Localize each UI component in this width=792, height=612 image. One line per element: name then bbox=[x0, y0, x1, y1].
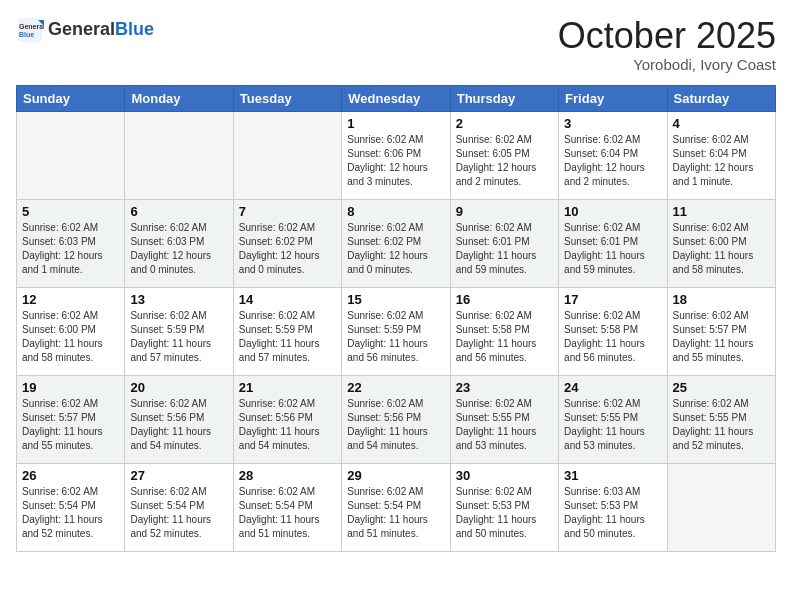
day-number: 2 bbox=[456, 116, 553, 131]
day-info: Sunrise: 6:02 AM Sunset: 5:53 PM Dayligh… bbox=[456, 485, 553, 541]
day-info: Sunrise: 6:02 AM Sunset: 6:02 PM Dayligh… bbox=[347, 221, 444, 277]
day-info: Sunrise: 6:02 AM Sunset: 6:00 PM Dayligh… bbox=[673, 221, 770, 277]
day-number: 10 bbox=[564, 204, 661, 219]
day-number: 29 bbox=[347, 468, 444, 483]
day-info: Sunrise: 6:02 AM Sunset: 5:57 PM Dayligh… bbox=[673, 309, 770, 365]
day-info: Sunrise: 6:02 AM Sunset: 5:59 PM Dayligh… bbox=[239, 309, 336, 365]
day-info: Sunrise: 6:02 AM Sunset: 5:54 PM Dayligh… bbox=[130, 485, 227, 541]
logo-blue-text: Blue bbox=[115, 19, 154, 39]
day-info: Sunrise: 6:02 AM Sunset: 5:57 PM Dayligh… bbox=[22, 397, 119, 453]
day-number: 8 bbox=[347, 204, 444, 219]
day-info: Sunrise: 6:02 AM Sunset: 6:06 PM Dayligh… bbox=[347, 133, 444, 189]
day-info: Sunrise: 6:03 AM Sunset: 5:53 PM Dayligh… bbox=[564, 485, 661, 541]
day-number: 27 bbox=[130, 468, 227, 483]
day-info: Sunrise: 6:02 AM Sunset: 5:59 PM Dayligh… bbox=[130, 309, 227, 365]
calendar-day-cell: 20Sunrise: 6:02 AM Sunset: 5:56 PM Dayli… bbox=[125, 375, 233, 463]
day-number: 6 bbox=[130, 204, 227, 219]
day-info: Sunrise: 6:02 AM Sunset: 6:04 PM Dayligh… bbox=[564, 133, 661, 189]
day-info: Sunrise: 6:02 AM Sunset: 6:01 PM Dayligh… bbox=[456, 221, 553, 277]
calendar-day-cell: 11Sunrise: 6:02 AM Sunset: 6:00 PM Dayli… bbox=[667, 199, 775, 287]
day-info: Sunrise: 6:02 AM Sunset: 6:01 PM Dayligh… bbox=[564, 221, 661, 277]
calendar-day-cell: 21Sunrise: 6:02 AM Sunset: 5:56 PM Dayli… bbox=[233, 375, 341, 463]
calendar-day-cell: 28Sunrise: 6:02 AM Sunset: 5:54 PM Dayli… bbox=[233, 463, 341, 551]
calendar-day-cell: 9Sunrise: 6:02 AM Sunset: 6:01 PM Daylig… bbox=[450, 199, 558, 287]
location-title: Yorobodi, Ivory Coast bbox=[558, 56, 776, 73]
calendar-day-cell: 26Sunrise: 6:02 AM Sunset: 5:54 PM Dayli… bbox=[17, 463, 125, 551]
calendar-day-cell: 7Sunrise: 6:02 AM Sunset: 6:02 PM Daylig… bbox=[233, 199, 341, 287]
calendar-day-cell: 12Sunrise: 6:02 AM Sunset: 6:00 PM Dayli… bbox=[17, 287, 125, 375]
calendar-day-cell bbox=[125, 111, 233, 199]
day-info: Sunrise: 6:02 AM Sunset: 5:56 PM Dayligh… bbox=[239, 397, 336, 453]
svg-text:General: General bbox=[19, 23, 44, 30]
calendar-day-cell: 23Sunrise: 6:02 AM Sunset: 5:55 PM Dayli… bbox=[450, 375, 558, 463]
day-info: Sunrise: 6:02 AM Sunset: 5:54 PM Dayligh… bbox=[347, 485, 444, 541]
day-info: Sunrise: 6:02 AM Sunset: 6:02 PM Dayligh… bbox=[239, 221, 336, 277]
day-number: 12 bbox=[22, 292, 119, 307]
calendar-week-row: 19Sunrise: 6:02 AM Sunset: 5:57 PM Dayli… bbox=[17, 375, 776, 463]
day-info: Sunrise: 6:02 AM Sunset: 5:58 PM Dayligh… bbox=[456, 309, 553, 365]
calendar-day-cell: 15Sunrise: 6:02 AM Sunset: 5:59 PM Dayli… bbox=[342, 287, 450, 375]
day-info: Sunrise: 6:02 AM Sunset: 5:55 PM Dayligh… bbox=[564, 397, 661, 453]
calendar-day-cell: 16Sunrise: 6:02 AM Sunset: 5:58 PM Dayli… bbox=[450, 287, 558, 375]
day-number: 18 bbox=[673, 292, 770, 307]
day-info: Sunrise: 6:02 AM Sunset: 6:03 PM Dayligh… bbox=[22, 221, 119, 277]
calendar-day-cell: 27Sunrise: 6:02 AM Sunset: 5:54 PM Dayli… bbox=[125, 463, 233, 551]
day-of-week-header: Thursday bbox=[450, 85, 558, 111]
calendar-day-cell: 4Sunrise: 6:02 AM Sunset: 6:04 PM Daylig… bbox=[667, 111, 775, 199]
calendar-week-row: 5Sunrise: 6:02 AM Sunset: 6:03 PM Daylig… bbox=[17, 199, 776, 287]
day-number: 15 bbox=[347, 292, 444, 307]
day-number: 31 bbox=[564, 468, 661, 483]
day-info: Sunrise: 6:02 AM Sunset: 5:55 PM Dayligh… bbox=[673, 397, 770, 453]
day-info: Sunrise: 6:02 AM Sunset: 5:59 PM Dayligh… bbox=[347, 309, 444, 365]
logo: General Blue GeneralBlue bbox=[16, 16, 154, 44]
day-number: 22 bbox=[347, 380, 444, 395]
day-of-week-header: Saturday bbox=[667, 85, 775, 111]
day-info: Sunrise: 6:02 AM Sunset: 6:04 PM Dayligh… bbox=[673, 133, 770, 189]
calendar-week-row: 12Sunrise: 6:02 AM Sunset: 6:00 PM Dayli… bbox=[17, 287, 776, 375]
day-number: 23 bbox=[456, 380, 553, 395]
day-info: Sunrise: 6:02 AM Sunset: 5:54 PM Dayligh… bbox=[22, 485, 119, 541]
calendar-day-cell: 29Sunrise: 6:02 AM Sunset: 5:54 PM Dayli… bbox=[342, 463, 450, 551]
day-number: 11 bbox=[673, 204, 770, 219]
calendar-day-cell bbox=[233, 111, 341, 199]
calendar-day-cell: 6Sunrise: 6:02 AM Sunset: 6:03 PM Daylig… bbox=[125, 199, 233, 287]
day-number: 20 bbox=[130, 380, 227, 395]
calendar-day-cell: 14Sunrise: 6:02 AM Sunset: 5:59 PM Dayli… bbox=[233, 287, 341, 375]
calendar-day-cell: 24Sunrise: 6:02 AM Sunset: 5:55 PM Dayli… bbox=[559, 375, 667, 463]
day-number: 1 bbox=[347, 116, 444, 131]
day-number: 25 bbox=[673, 380, 770, 395]
day-number: 19 bbox=[22, 380, 119, 395]
day-of-week-header: Sunday bbox=[17, 85, 125, 111]
day-number: 4 bbox=[673, 116, 770, 131]
calendar-day-cell: 17Sunrise: 6:02 AM Sunset: 5:58 PM Dayli… bbox=[559, 287, 667, 375]
calendar-day-cell: 13Sunrise: 6:02 AM Sunset: 5:59 PM Dayli… bbox=[125, 287, 233, 375]
calendar-day-cell bbox=[17, 111, 125, 199]
day-of-week-header: Wednesday bbox=[342, 85, 450, 111]
month-title: October 2025 bbox=[558, 16, 776, 56]
svg-rect-0 bbox=[18, 18, 42, 42]
day-number: 24 bbox=[564, 380, 661, 395]
svg-text:Blue: Blue bbox=[19, 31, 34, 38]
day-number: 26 bbox=[22, 468, 119, 483]
day-of-week-header: Tuesday bbox=[233, 85, 341, 111]
calendar-day-cell: 1Sunrise: 6:02 AM Sunset: 6:06 PM Daylig… bbox=[342, 111, 450, 199]
day-number: 14 bbox=[239, 292, 336, 307]
calendar-day-cell: 10Sunrise: 6:02 AM Sunset: 6:01 PM Dayli… bbox=[559, 199, 667, 287]
day-number: 21 bbox=[239, 380, 336, 395]
day-number: 7 bbox=[239, 204, 336, 219]
logo-icon: General Blue bbox=[16, 16, 44, 44]
calendar-header-row: SundayMondayTuesdayWednesdayThursdayFrid… bbox=[17, 85, 776, 111]
day-number: 9 bbox=[456, 204, 553, 219]
day-number: 5 bbox=[22, 204, 119, 219]
day-of-week-header: Friday bbox=[559, 85, 667, 111]
calendar-day-cell: 31Sunrise: 6:03 AM Sunset: 5:53 PM Dayli… bbox=[559, 463, 667, 551]
calendar-day-cell: 30Sunrise: 6:02 AM Sunset: 5:53 PM Dayli… bbox=[450, 463, 558, 551]
day-info: Sunrise: 6:02 AM Sunset: 5:55 PM Dayligh… bbox=[456, 397, 553, 453]
calendar-day-cell bbox=[667, 463, 775, 551]
calendar-week-row: 1Sunrise: 6:02 AM Sunset: 6:06 PM Daylig… bbox=[17, 111, 776, 199]
day-info: Sunrise: 6:02 AM Sunset: 6:05 PM Dayligh… bbox=[456, 133, 553, 189]
calendar-day-cell: 3Sunrise: 6:02 AM Sunset: 6:04 PM Daylig… bbox=[559, 111, 667, 199]
calendar-week-row: 26Sunrise: 6:02 AM Sunset: 5:54 PM Dayli… bbox=[17, 463, 776, 551]
day-number: 13 bbox=[130, 292, 227, 307]
day-info: Sunrise: 6:02 AM Sunset: 6:03 PM Dayligh… bbox=[130, 221, 227, 277]
